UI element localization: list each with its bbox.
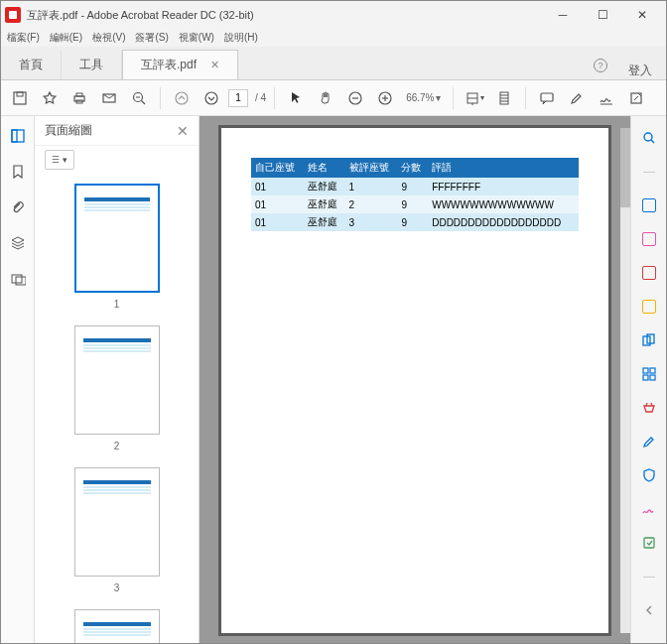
fit-page-icon[interactable] <box>491 85 517 111</box>
menu-sign[interactable]: 簽署(S) <box>135 31 168 45</box>
scrollbar-thumb[interactable] <box>620 128 630 207</box>
pdf-page: 自己座號 姓名 被評座號 分數 評語 01 巫舒庭 1 9 FFFFFFFF <box>221 128 608 633</box>
svg-point-11 <box>176 92 188 104</box>
left-rail <box>1 116 35 644</box>
pointer-icon[interactable] <box>283 85 309 111</box>
svg-rect-37 <box>650 375 655 380</box>
svg-rect-38 <box>644 538 654 548</box>
tab-document-label: 互評表.pdf <box>141 57 197 73</box>
save-icon[interactable] <box>7 85 33 111</box>
tab-bar: 首頁 工具 互評表.pdf ✕ ? 登入 <box>1 47 666 80</box>
svg-line-9 <box>142 100 146 104</box>
attachment-panel-icon[interactable] <box>8 197 28 217</box>
svg-rect-5 <box>76 93 82 96</box>
document-canvas[interactable]: 自己座號 姓名 被評座號 分數 評語 01 巫舒庭 1 9 FFFFFFFF <box>200 116 630 644</box>
table-row: 01 巫舒庭 2 9 WWWWWWWWWWWWW <box>251 195 579 213</box>
svg-line-31 <box>651 140 654 143</box>
svg-point-12 <box>205 92 217 104</box>
maximize-button[interactable]: ☐ <box>583 1 622 29</box>
page-up-icon[interactable] <box>169 85 195 111</box>
menu-file[interactable]: 檔案(F) <box>7 31 40 45</box>
more-icon[interactable] <box>623 85 649 111</box>
th-3: 分數 <box>397 158 428 178</box>
data-table: 自己座號 姓名 被評座號 分數 評語 01 巫舒庭 1 9 FFFFFFFF <box>251 158 579 231</box>
svg-rect-27 <box>12 130 17 142</box>
menu-view[interactable]: 檢視(V) <box>92 31 125 45</box>
svg-rect-35 <box>650 368 655 373</box>
thumbnail-3[interactable] <box>74 467 160 577</box>
table-row: 01 巫舒庭 1 9 FFFFFFFF <box>251 178 579 195</box>
thumbnail-4[interactable] <box>74 609 160 644</box>
fit-width-icon[interactable]: ▾ <box>462 85 487 111</box>
search-tool-icon[interactable] <box>639 128 659 148</box>
page-input[interactable] <box>228 89 248 107</box>
zoom-in-icon[interactable] <box>372 85 398 111</box>
svg-rect-26 <box>12 130 24 142</box>
th-1: 姓名 <box>304 158 345 178</box>
menu-bar: 檔案(F) 編輯(E) 檢視(V) 簽署(S) 視窗(W) 說明(H) <box>1 29 666 47</box>
menu-window[interactable]: 視窗(W) <box>179 31 214 45</box>
tab-document[interactable]: 互評表.pdf ✕ <box>122 50 238 79</box>
page-down-icon[interactable] <box>199 85 224 111</box>
redact-icon[interactable] <box>639 432 659 451</box>
help-button[interactable]: ? <box>587 52 614 79</box>
combine-files-icon[interactable] <box>639 330 659 350</box>
layers-panel-icon[interactable] <box>8 233 28 253</box>
tab-tools[interactable]: 工具 <box>62 51 122 79</box>
svg-rect-36 <box>643 375 648 380</box>
right-rail <box>630 116 666 644</box>
vertical-scrollbar[interactable] <box>620 128 630 633</box>
protect-icon[interactable] <box>639 465 659 485</box>
sidebar-options-button[interactable]: ☰ ▾ <box>45 150 74 170</box>
compress-icon[interactable] <box>639 398 659 418</box>
menu-edit[interactable]: 編輯(E) <box>50 31 82 45</box>
mail-icon[interactable] <box>96 85 122 111</box>
login-button[interactable]: 登入 <box>614 63 666 79</box>
thumbnail-2[interactable] <box>74 325 160 435</box>
sidebar-options: ☰ ▾ <box>35 146 199 174</box>
organize-icon[interactable] <box>639 364 659 384</box>
star-icon[interactable] <box>37 85 63 111</box>
svg-rect-34 <box>643 368 648 373</box>
sidebar-title: 頁面縮圖 <box>45 122 92 139</box>
page-total: / 4 <box>255 92 266 103</box>
svg-rect-23 <box>541 93 553 101</box>
thumbnail-3-label: 3 <box>55 582 179 593</box>
table-row: 01 巫舒庭 3 9 DDDDDDDDDDDDDDDDDD <box>251 213 579 231</box>
zoom-out-tool-icon[interactable] <box>126 85 152 111</box>
minimize-button[interactable]: ─ <box>543 1 583 29</box>
svg-rect-2 <box>14 92 26 104</box>
sign-icon[interactable] <box>594 85 619 111</box>
menu-help[interactable]: 說明(H) <box>224 31 258 45</box>
toolbar: / 4 66.7%▾ ▾ <box>1 80 666 116</box>
edit-pdf-icon[interactable] <box>639 229 659 249</box>
thumbnail-list[interactable]: 1 2 3 <box>35 174 199 644</box>
thumbnail-sidebar: 頁面縮圖 ✕ ☰ ▾ 1 2 3 <box>35 116 200 644</box>
highlight-icon[interactable] <box>564 85 590 111</box>
thumbnail-1[interactable] <box>74 184 160 293</box>
fill-sign-icon[interactable] <box>639 499 659 519</box>
bookmark-panel-icon[interactable] <box>8 162 28 182</box>
print-icon[interactable] <box>67 85 92 111</box>
thumbnails-panel-icon[interactable] <box>8 126 28 146</box>
zoom-select[interactable]: 66.7%▾ <box>406 92 441 103</box>
title-bar: 互評表.pdf - Adobe Acrobat Reader DC (32-bi… <box>1 1 666 29</box>
send-icon[interactable] <box>639 533 659 553</box>
zoom-out-icon[interactable] <box>342 85 368 111</box>
window-title: 互評表.pdf - Adobe Acrobat Reader DC (32-bi… <box>27 8 543 23</box>
comment-tool-icon[interactable] <box>639 297 659 317</box>
export-pdf-icon[interactable] <box>639 195 659 215</box>
create-pdf-icon[interactable] <box>639 263 659 283</box>
signatures-panel-icon[interactable] <box>8 269 28 289</box>
hand-icon[interactable] <box>313 85 338 111</box>
th-2: 被評座號 <box>345 158 398 178</box>
sidebar-close-icon[interactable]: ✕ <box>177 123 189 139</box>
tab-home[interactable]: 首頁 <box>1 51 62 79</box>
rail-separator <box>643 172 655 173</box>
th-4: 評語 <box>428 158 579 178</box>
tab-close-icon[interactable]: ✕ <box>210 59 219 71</box>
close-button[interactable]: ✕ <box>622 1 662 29</box>
svg-rect-29 <box>16 277 26 285</box>
collapse-rail-icon[interactable] <box>639 600 659 620</box>
comment-icon[interactable] <box>534 85 560 111</box>
